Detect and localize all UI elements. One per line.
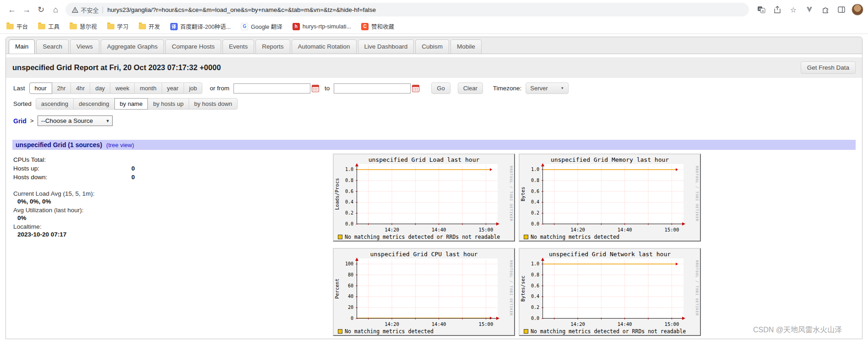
bookmark-item[interactable]: 开发 <box>139 22 160 31</box>
bookmarks-bar: 平台 工具 慧尔视 学习 开发 译百度翻译-200种语... GGoogle 翻… <box>0 19 868 34</box>
or-from-label: or from <box>210 85 229 92</box>
avg-utilization-label: Avg Utilization (last hour): <box>13 207 333 214</box>
tab-automatic-rotation[interactable]: Automatic Rotation <box>292 39 357 54</box>
range-hour-button[interactable]: hour <box>29 82 52 94</box>
y-axis-tick-label: 0.2 <box>526 211 539 215</box>
tab-cubism[interactable]: Cubism <box>415 39 449 54</box>
timezone-select[interactable]: Server ▼ <box>526 82 569 94</box>
tab-compare-hosts[interactable]: Compare Hosts <box>165 39 221 54</box>
time-range-controls: Last hour 2hr 4hr day week month year jo… <box>6 82 862 94</box>
bookmark-label: 慧尔视 <box>80 22 97 31</box>
x-axis-tick-label: 14:20 <box>570 227 585 232</box>
side-panel-icon[interactable] <box>835 4 847 16</box>
clear-button[interactable]: Clear <box>458 82 483 94</box>
rrdtool-watermark: RRDTOOL / TOBI OETIKER <box>695 166 699 221</box>
bookmark-item[interactable]: 学习 <box>107 22 129 31</box>
profile-avatar[interactable] <box>852 4 863 16</box>
tab-aggregate-graphs[interactable]: Aggregate Graphs <box>101 39 164 54</box>
ganglia-tabs-widget: Main Search Views Aggregate Graphs Compa… <box>5 37 863 339</box>
tab-views[interactable]: Views <box>70 39 99 54</box>
reload-button[interactable]: ↻ <box>34 2 49 17</box>
sort-by-name-button[interactable]: by name <box>114 98 148 110</box>
y-axis-tick-label: 1.0 <box>526 167 539 172</box>
range-day-button[interactable]: day <box>90 82 110 94</box>
sort-descending-button[interactable]: descending <box>73 98 115 110</box>
graph-legend: No matching metrics detected <box>338 328 514 335</box>
choose-source-select[interactable]: --Choose a Source ▼ <box>38 116 113 126</box>
browser-chrome: ← → ↻ ⌂ 不安全 hurys23/ganglia/?r=hour&cs=&… <box>0 0 868 34</box>
graph-grid-memory[interactable]: unspecified Grid Memory last hour Bytes … <box>519 154 701 242</box>
bookmark-item[interactable]: hhurys-rtp-simulati... <box>293 23 351 30</box>
favicon: h <box>293 23 300 30</box>
bookmark-item[interactable]: 译百度翻译-200种语... <box>170 22 231 31</box>
tab-live-dashboard[interactable]: Live Dashboard <box>358 39 414 54</box>
calendar-icon[interactable] <box>412 85 419 92</box>
home-button[interactable]: ⌂ <box>49 2 63 17</box>
hosts-down-value: 0 <box>131 174 135 181</box>
sort-buttonset: ascending descending by name by hosts up… <box>36 98 238 110</box>
graph-grid-network[interactable]: unspecified Grid Network last hour Bytes… <box>519 248 701 336</box>
y-axis-tick-label: 0 <box>341 316 353 321</box>
rrdtool-watermark: RRDTOOL / TOBI OETIKER <box>509 166 513 221</box>
tree-view-link[interactable]: (tree view) <box>106 142 134 148</box>
y-axis-tick-label: 0.2 <box>341 211 353 215</box>
page-content: Main Search Views Aggregate Graphs Compa… <box>0 34 868 339</box>
range-2hr-button[interactable]: 2hr <box>52 82 71 94</box>
address-bar[interactable]: 不安全 hurys23/ganglia/?r=hour&cs=&ce=&m=lo… <box>65 3 749 16</box>
graph-grid-cpu[interactable]: unspecified Grid CPU last hour Percent 1… <box>333 248 515 336</box>
folder-icon <box>139 24 146 29</box>
legend-text: No matching metrics detected or RRDs not… <box>531 328 686 335</box>
bookmark-item[interactable]: 平台 <box>6 22 28 31</box>
graph-plot-area <box>542 258 684 321</box>
graph-grid-load[interactable]: unspecified Grid Load last hour Loads/Pr… <box>333 154 515 242</box>
sort-by-hosts-up-button[interactable]: by hosts up <box>147 98 189 110</box>
range-year-button[interactable]: year <box>162 82 184 94</box>
bookmark-item[interactable]: GGoogle 翻译 <box>241 22 282 31</box>
range-month-button[interactable]: month <box>134 82 162 94</box>
translate-icon[interactable]: Aa <box>755 4 767 16</box>
y-axis-tick-label: 0.0 <box>526 222 539 226</box>
bookmark-item[interactable]: 慧尔视 <box>70 22 97 31</box>
back-button[interactable]: ← <box>5 2 19 17</box>
from-date-input[interactable] <box>233 83 310 94</box>
bookmark-item[interactable]: 工具 <box>38 22 60 31</box>
tab-reports[interactable]: Reports <box>255 39 290 54</box>
graph-title: unspecified Grid Memory last hour <box>520 156 700 164</box>
chevron-down-icon: ▼ <box>106 119 110 123</box>
range-week-button[interactable]: week <box>110 82 135 94</box>
y-axis-tick-label: 0.6 <box>341 189 353 194</box>
extension-v-icon[interactable] <box>803 4 815 16</box>
tab-events[interactable]: Events <box>222 39 254 54</box>
bookmark-label: 开发 <box>149 22 160 31</box>
grid-link[interactable]: Grid <box>13 117 27 125</box>
calendar-icon[interactable] <box>312 85 319 92</box>
security-warning-icon <box>72 7 78 13</box>
go-button[interactable]: Go <box>431 82 450 94</box>
bookmark-label: Google 翻译 <box>251 22 282 31</box>
extensions-puzzle-icon[interactable] <box>819 4 831 16</box>
url-text: hurys23/ganglia/?r=hour&cs=&ce=&m=load_o… <box>107 6 376 13</box>
browser-toolbar: ← → ↻ ⌂ 不安全 hurys23/ganglia/?r=hour&cs=&… <box>0 0 868 19</box>
sorted-label: Sorted <box>13 100 32 107</box>
to-label: to <box>325 85 330 92</box>
sort-ascending-button[interactable]: ascending <box>36 98 74 110</box>
graph-yticks: 100806040200 <box>341 258 355 321</box>
x-axis-tick-label: 15:00 <box>479 321 494 327</box>
get-fresh-data-button[interactable]: Get Fresh Data <box>801 61 856 74</box>
tab-main[interactable]: Main <box>9 39 35 54</box>
tab-search[interactable]: Search <box>36 39 69 54</box>
localtime-label: Localtime: <box>13 223 333 231</box>
to-date-input[interactable] <box>334 83 411 94</box>
x-axis-tick-label: 15:00 <box>665 227 679 232</box>
rrdtool-watermark: RRDTOOL / TOBI OETIKER <box>695 260 699 316</box>
page-title: unspecified Grid Report at Fri, 20 Oct 2… <box>12 63 221 72</box>
share-icon[interactable] <box>771 4 783 16</box>
forward-button[interactable]: → <box>19 2 34 17</box>
range-4hr-button[interactable]: 4hr <box>71 82 90 94</box>
legend-text: No matching metrics detected <box>531 234 619 240</box>
sort-by-hosts-down-button[interactable]: by hosts down <box>189 98 238 110</box>
bookmark-item[interactable]: C赞和收藏 <box>361 22 394 31</box>
range-job-button[interactable]: job <box>184 82 202 94</box>
bookmark-star-icon[interactable]: ☆ <box>787 4 799 16</box>
tab-mobile[interactable]: Mobile <box>450 39 482 54</box>
